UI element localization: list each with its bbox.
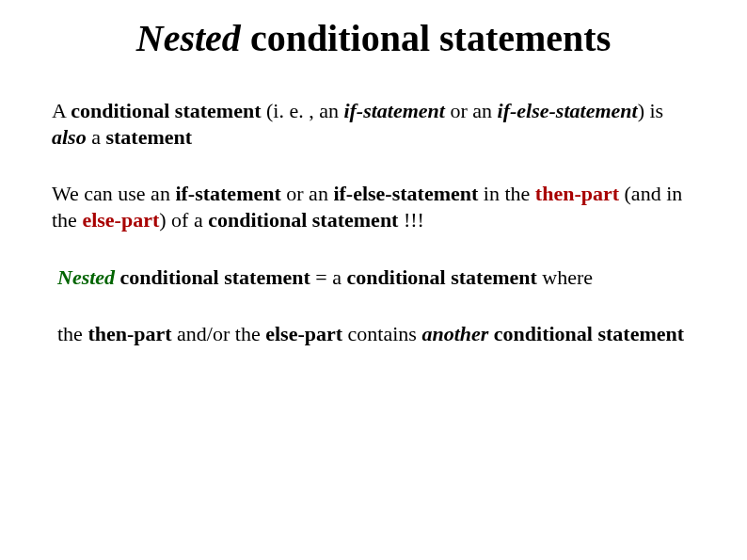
term-if-else-statement: if-else-statement [498,99,638,122]
paragraph-4: the then-part and/or the else-part conta… [52,321,695,347]
paragraph-2: We can use an if-statement or an if-else… [52,181,695,233]
title-rest: conditional statements [241,17,611,59]
paragraph-3: Nested conditional statement = a conditi… [52,264,695,291]
term-conditional-statement: conditional statement [115,265,310,289]
text: We can use an [52,182,175,205]
text-also: also [52,125,87,149]
text: ) of a [159,208,208,232]
term-then-part: then-part [87,322,171,345]
term-nested: Nested [57,265,115,289]
text: a [87,125,106,149]
text: contains [342,322,421,345]
text: ) is [638,99,664,122]
text: = a [310,265,347,289]
text: A [52,99,71,122]
term-conditional-statement: conditional statement [488,322,684,345]
text: and/or the [172,322,266,345]
slide: Nested conditional statements A conditio… [0,0,747,560]
paragraph-1: A conditional statement (i. e. , an if-s… [52,98,695,151]
text: or an [281,182,334,205]
term-if-else-statement: if-else-statement [333,182,478,205]
slide-body: A conditional statement (i. e. , an if-s… [52,98,695,347]
term-else-part: else-part [82,208,159,232]
title-word-nested: Nested [136,17,241,59]
term-then-part: then-part [535,182,619,205]
term-conditional-statement: conditional statement [208,208,398,232]
text: the [57,322,87,345]
text: in the [478,182,535,205]
term-statement: statement [105,125,192,149]
term-another: another [421,322,488,345]
term-if-statement: if-statement [343,99,445,122]
text: (i. e. , an [261,99,343,122]
slide-title: Nested conditional statements [52,17,695,60]
term-conditional-statement: conditional statement [347,265,537,289]
term-conditional-statement: conditional statement [71,99,261,122]
text: !!! [398,208,423,232]
text: where [537,265,593,289]
term-else-part: else-part [265,322,342,345]
text: or an [445,99,498,122]
term-if-statement: if-statement [175,182,280,205]
